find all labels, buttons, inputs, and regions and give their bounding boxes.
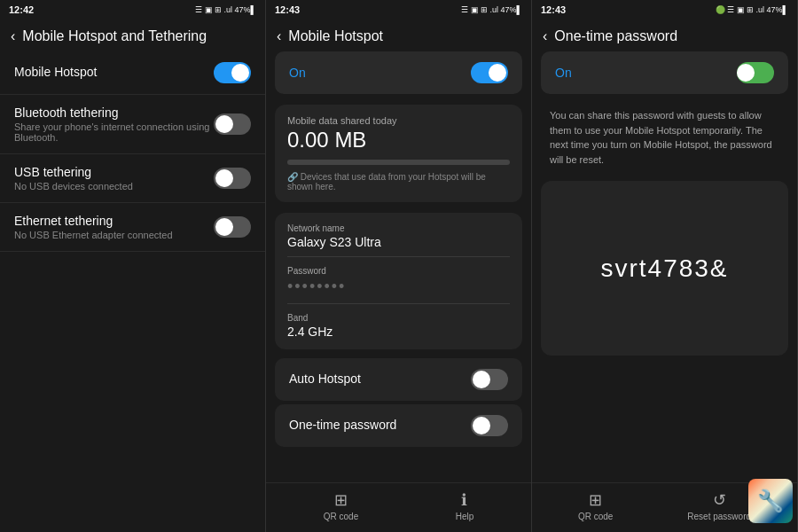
bottom-bar-2: ⊞ QR code ℹ Help [266,482,531,532]
data-note: 🔗 Devices that use data from your Hotspo… [287,172,510,192]
settings-list-1: Mobile Hotspot Bluetooth tethering Share… [0,51,265,532]
toggle-auto-hotspot[interactable] [471,369,508,390]
settings-item-usb-tethering[interactable]: USB tethering No USB devices connected [0,154,265,203]
data-section: Mobile data shared today 0.00 MB 🔗 Devic… [275,105,522,202]
status-bar-1: 12:42 ☰ ▣ ⊞ .ul 47%▌ [0,0,265,20]
status-icon-signal-3: 🟢 ☰ ▣ ⊞ .ul 47%▌ [716,5,788,14]
toggle-knob-hotspot-on [489,64,506,82]
help-icon: ℹ [461,490,467,510]
qr-code-icon-3: ⊞ [589,490,602,510]
settings-item-title-usb-tethering: USB tethering [14,165,214,179]
password-display-box: svrt4783& [541,181,788,356]
settings-item-text-usb-tethering: USB tethering No USB devices connected [14,165,214,192]
status-time-2: 12:43 [275,4,300,15]
auto-hotspot-label: Auto Hotspot [289,372,361,386]
toggle-hotspot-on[interactable] [471,62,508,83]
back-button-1[interactable]: ‹ [11,28,15,44]
settings-item-text-bluetooth-tethering: Bluetooth tethering Share your phone's i… [14,106,214,143]
header-1: ‹ Mobile Hotspot and Tethering [0,20,265,51]
hotspot-on-label: On [289,66,306,80]
qr-code-button-3[interactable]: ⊞ QR code [578,490,613,521]
settings-item-title-ethernet-tethering: Ethernet tethering [14,214,214,228]
toggle-knob-auto-hotspot [473,371,490,388]
toggle-one-time-password[interactable] [471,415,508,436]
otp-on-toggle-row[interactable]: On [541,51,788,94]
data-bar [287,160,510,165]
reset-password-label: Reset password [687,512,751,521]
header-3: ‹ One-time password [532,20,797,51]
data-value: 0.00 MB [287,128,510,153]
password-label: Password [287,266,510,276]
back-button-3[interactable]: ‹ [543,28,547,44]
settings-item-ethernet-tethering[interactable]: Ethernet tethering No USB Ethernet adapt… [0,203,265,252]
page-title-3: One-time password [554,28,677,44]
qr-code-label-3: QR code [578,512,613,521]
toggle-bluetooth-tethering[interactable] [214,113,251,135]
settings-item-text-mobile-hotspot: Mobile Hotspot [14,65,214,81]
panel-1: 12:42 ☰ ▣ ⊞ .ul 47%▌ ‹ Mobile Hotspot an… [0,0,266,532]
help-label: Help [456,512,474,521]
network-name-value: Galaxy S23 Ultra [287,235,510,249]
band-label: Band [287,313,510,323]
toggle-otp-on[interactable] [737,62,774,83]
settings-item-text-ethernet-tethering: Ethernet tethering No USB Ethernet adapt… [14,214,214,240]
toggle-knob-mobile-hotspot [231,64,249,82]
one-time-password-label: One-time password [289,418,396,432]
band-field[interactable]: Band 2.4 GHz [287,313,510,339]
one-time-password-row[interactable]: One-time password [275,404,522,447]
settings-item-title-bluetooth-tethering: Bluetooth tethering [14,106,214,120]
help-button[interactable]: ℹ Help [456,490,474,521]
network-section: Network name Galaxy S23 Ultra Password •… [275,213,522,349]
status-bar-2: 12:43 ☰ ▣ ⊞ .ul 47%▌ [266,0,531,20]
auto-hotspot-row[interactable]: Auto Hotspot [275,358,522,401]
panel-3: 12:43 🟢 ☰ ▣ ⊞ .ul 47%▌ ‹ One-time passwo… [532,0,798,532]
status-time-1: 12:42 [9,4,34,15]
hotspot-on-toggle-row[interactable]: On [275,51,522,94]
settings-item-subtitle-bluetooth-tethering: Share your phone's internet connection u… [14,121,214,143]
header-2: ‹ Mobile Hotspot [266,20,531,51]
status-icon-signal-2: ☰ ▣ ⊞ .ul 47%▌ [461,5,522,14]
toggle-usb-tethering[interactable] [214,168,251,189]
panel-2: 12:43 ☰ ▣ ⊞ .ul 47%▌ ‹ Mobile Hotspot On… [266,0,532,532]
toggle-ethernet-tethering[interactable] [214,216,251,238]
settings-item-subtitle-ethernet-tethering: No USB Ethernet adapter connected [14,230,214,240]
reset-password-icon: ↺ [713,490,726,510]
toggle-knob-ethernet-tethering [215,218,233,236]
page-title-1: Mobile Hotspot and Tethering [22,28,207,44]
back-button-2[interactable]: ‹ [277,28,281,44]
status-icons-1: ☰ ▣ ⊞ .ul 47%▌ [195,5,256,14]
toggle-knob-bluetooth-tethering [215,115,233,133]
status-icons-3: 🟢 ☰ ▣ ⊞ .ul 47%▌ [716,5,788,14]
data-label: Mobile data shared today [287,115,510,126]
settings-item-title-mobile-hotspot: Mobile Hotspot [14,65,214,79]
toggle-knob-usb-tethering [215,169,233,187]
settings-item-bluetooth-tethering[interactable]: Bluetooth tethering Share your phone's i… [0,95,265,154]
otp-info-text: You can share this password with guests … [541,108,788,167]
watermark-sticker: 🔧 [748,479,793,523]
toggle-mobile-hotspot[interactable] [214,62,251,83]
band-value: 2.4 GHz [287,325,510,339]
qr-code-icon-2: ⊞ [334,490,348,510]
status-icon-signal: ☰ ▣ ⊞ .ul 47%▌ [195,5,256,14]
settings-item-subtitle-usb-tethering: No USB devices connected [14,181,214,192]
qr-code-label-2: QR code [324,512,358,521]
otp-password-display: svrt4783& [600,254,728,283]
password-value: •••••••• [287,278,510,296]
password-field[interactable]: Password •••••••• [287,266,510,304]
status-bar-3: 12:43 🟢 ☰ ▣ ⊞ .ul 47%▌ [532,0,797,20]
status-time-3: 12:43 [541,4,566,15]
otp-on-label: On [555,66,572,80]
network-name-label: Network name [287,223,510,233]
network-name-field[interactable]: Network name Galaxy S23 Ultra [287,223,510,257]
status-icons-2: ☰ ▣ ⊞ .ul 47%▌ [461,5,522,14]
reset-password-button[interactable]: ↺ Reset password [687,490,751,521]
settings-item-mobile-hotspot[interactable]: Mobile Hotspot [0,51,265,95]
toggle-knob-otp-on [737,64,755,82]
qr-code-button-2[interactable]: ⊞ QR code [324,490,358,521]
toggle-knob-one-time-password [473,417,490,434]
page-title-2: Mobile Hotspot [288,28,383,44]
